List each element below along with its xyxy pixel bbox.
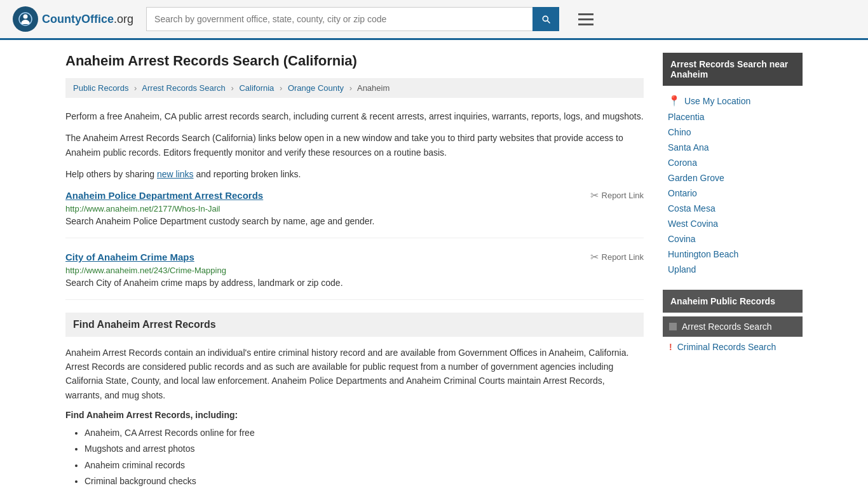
nearby-city-link[interactable]: Garden Grove [663,170,803,186]
site-header: CountyOffice.org [0,0,868,40]
find-list-item: Anaheim criminal records [85,458,644,473]
search-button[interactable] [532,7,559,31]
nearby-city-link[interactable]: Ontario [663,186,803,201]
search-bar [146,7,559,31]
report-icon: ✂ [590,251,599,263]
breadcrumb-link[interactable]: Orange County [288,83,344,93]
sidebar: Arrest Records Search near Anaheim 📍 Use… [663,53,803,488]
nav-exclaim-icon: ! [669,342,672,352]
nav-items: Arrest Records Search!Criminal Records S… [663,316,803,357]
link-title[interactable]: Anaheim Police Department Arrest Records [65,190,263,201]
nearby-city-link[interactable]: West Covina [663,216,803,231]
find-section: Find Anaheim Arrest Records Anaheim Arre… [65,313,644,488]
menu-line [578,18,593,20]
new-links-link[interactable]: new links [157,169,194,179]
link-desc: Search City of Anaheim crime maps by add… [65,278,644,288]
nearby-city-link[interactable]: Covina [663,231,803,247]
link-url: http://www.anaheim.net/243/Crime-Mapping [65,266,644,275]
nearby-city-link[interactable]: Chino [663,125,803,140]
nav-bullet [669,323,677,330]
logo-icon [13,6,38,32]
report-link[interactable]: ✂ Report Link [590,189,644,201]
page-container: Anaheim Arrest Records Search (Californi… [53,40,815,488]
report-link[interactable]: ✂ Report Link [590,251,644,263]
location-icon: 📍 [668,95,681,107]
nearby-city-link[interactable]: Huntington Beach [663,247,803,262]
find-list: Anaheim, CA Arrest Records online for fr… [65,425,644,488]
find-section-body: Anaheim Arrest Records contain an indivi… [65,346,644,403]
breadcrumb: Public Records › Arrest Records Search ›… [65,78,644,98]
link-item: Anaheim Police Department Arrest Records… [65,189,644,238]
menu-line [578,24,593,25]
link-item: City of Anaheim Crime Maps ✂ Report Link… [65,251,644,300]
link-header: City of Anaheim Crime Maps ✂ Report Link [65,251,644,263]
nearby-city-link[interactable]: Upland [663,262,803,277]
nearby-city-link[interactable]: Costa Mesa [663,201,803,216]
link-items-container: Anaheim Police Department Arrest Records… [65,189,644,300]
public-records-title: Anaheim Public Records [663,290,803,313]
nearby-title: Arrest Records Search near Anaheim [663,53,803,86]
site-logo[interactable]: CountyOffice.org [13,6,133,32]
description-2: The Anaheim Arrest Records Search (Calif… [65,131,644,159]
sidebar-nav-item[interactable]: Arrest Records Search [663,316,803,337]
report-icon: ✂ [590,189,599,201]
svg-point-1 [24,15,28,19]
breadcrumb-link[interactable]: Arrest Records Search [142,83,226,93]
breadcrumb-current: Anaheim [357,83,390,93]
link-url: http://www.anaheim.net/2177/Whos-In-Jail [65,204,644,214]
public-records-section: Anaheim Public Records Arrest Records Se… [663,290,803,357]
sidebar-nav-item[interactable]: !Criminal Records Search [663,337,803,357]
description-1: Perform a free Anaheim, CA public arrest… [65,109,644,123]
logo-text: CountyOffice.org [42,13,133,26]
breadcrumb-link[interactable]: Public Records [73,83,128,93]
breadcrumb-link[interactable]: California [239,83,274,93]
find-list-item: Anaheim, CA Arrest Records online for fr… [85,425,644,441]
find-list-item: Criminal background checks [85,473,644,488]
find-list-item: Mugshots and arrest photos [85,441,644,457]
description-3: Help others by sharing new links and rep… [65,167,644,181]
nearby-city-link[interactable]: Placentia [663,109,803,125]
nearby-city-link[interactable]: Corona [663,155,803,170]
find-subheader: Find Anaheim Arrest Records, including: [65,410,644,420]
menu-line [578,13,593,15]
main-content: Anaheim Arrest Records Search (Californi… [65,53,644,488]
nav-item-label: Arrest Records Search [682,322,772,332]
link-title[interactable]: City of Anaheim Crime Maps [65,252,194,262]
nearby-section: Arrest Records Search near Anaheim 📍 Use… [663,53,803,277]
menu-button[interactable] [578,13,593,25]
search-input[interactable] [146,7,532,31]
link-desc: Search Anaheim Police Department custody… [65,216,644,226]
nav-item-link[interactable]: Criminal Records Search [677,342,776,352]
find-section-header: Find Anaheim Arrest Records [65,313,644,337]
link-header: Anaheim Police Department Arrest Records… [65,189,644,201]
nearby-links: PlacentiaChinoSanta AnaCoronaGarden Grov… [663,109,803,277]
page-title: Anaheim Arrest Records Search (Californi… [65,53,644,69]
use-location-link[interactable]: 📍 Use My Location [663,92,803,109]
nearby-city-link[interactable]: Santa Ana [663,140,803,155]
